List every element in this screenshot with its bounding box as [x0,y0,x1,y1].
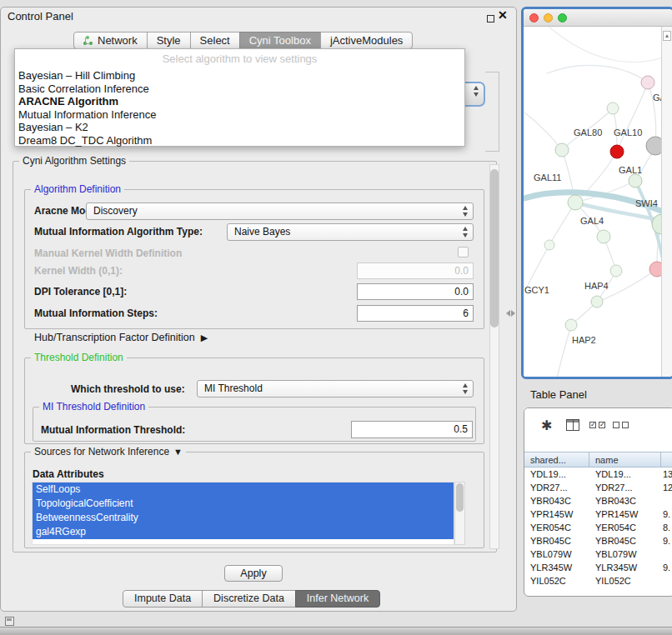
network-view-window: GALGAL80GAL10GAL11GAL1SWI4GAL4GCY1HAP4YH… [521,7,672,379]
table-row[interactable]: YER054CYER054C8. [524,521,672,534]
attribute-list[interactable]: SelfLoopsTopologicalCoefficientBetweenne… [32,482,454,545]
which-threshold-select[interactable]: MI Threshold [197,380,474,398]
column-header[interactable]: shared... [524,452,589,468]
tab-style[interactable]: Style [147,32,191,49]
network-edge[interactable] [524,112,562,150]
table-cell: YIL052C [589,574,661,588]
mi-threshold-field[interactable]: 0.5 [351,421,473,438]
attribute-item-betweennesscentrality[interactable]: BetweennessCentrality [33,511,454,525]
table-row[interactable]: YPR145WYPR145W9. [524,508,672,521]
table-cell: YPR145W [524,508,589,521]
column-header[interactable] [661,452,672,468]
column-selector-icon[interactable] [566,419,579,431]
expand-arrow-icon: ▶ [201,332,208,343]
network-node[interactable] [544,240,554,250]
network-node[interactable] [607,102,619,114]
mi-algorithm-select[interactable]: Naive Bayes [227,223,474,241]
close-traffic-light-icon[interactable] [529,13,539,22]
bottom-tab-impute-data[interactable]: Impute Data [123,590,203,608]
tab-jactivemodules[interactable]: jActiveModules [320,32,413,49]
table-row[interactable]: YDL19...YDL19...13 [524,468,672,481]
network-node[interactable] [565,319,577,331]
network-edge[interactable] [525,245,549,290]
network-node[interactable] [629,174,642,188]
network-node[interactable] [597,230,610,243]
table-row[interactable]: YLR345WYLR345W9. [524,561,672,574]
sources-title-label: Sources for Network Inference [34,446,169,458]
network-node[interactable] [610,265,622,277]
table-cell: YPR145W [589,508,661,521]
select-all-columns-icon[interactable] [589,422,605,428]
network-node[interactable] [610,145,624,158]
table-row[interactable]: YBR045CYBR045C9. [524,534,672,548]
table-cell: 12 [661,481,672,494]
attribute-item-gal4rgexp[interactable]: gal4RGexp [33,525,454,539]
algorithm-option-aracne-algorithm[interactable]: ARACNE Algorithm [15,95,464,108]
table-row[interactable]: YBL079WYBL079W [524,548,672,561]
table-cell [661,494,672,508]
table-cell: YBR045C [524,534,589,548]
network-icon [83,36,93,46]
network-node[interactable] [555,143,569,157]
network-edge[interactable] [547,65,648,82]
close-panel-icon[interactable]: ✕ [498,8,508,22]
manual-kernel-checkbox[interactable] [458,247,469,258]
aracne-mode-select[interactable]: Discovery [86,202,474,220]
minimize-traffic-light-icon[interactable] [544,13,553,22]
node-label: SWI4 [635,198,658,208]
network-scrollbar[interactable] [661,27,672,377]
network-node[interactable] [591,296,603,308]
settings-scrollbar[interactable] [489,164,499,549]
table-row[interactable]: YDR27...YDR27...12 [524,481,672,494]
dpi-tolerance-field[interactable]: 0.0 [357,283,474,300]
zoom-traffic-light-icon[interactable] [558,13,567,22]
network-node[interactable] [641,76,654,89]
table-cell: YBL079W [524,548,589,561]
checked-box-icon [589,422,596,428]
network-edge[interactable] [549,27,669,62]
attribute-list-scrollbar-thumb[interactable] [456,483,464,512]
attribute-list-scrollbar[interactable] [454,482,465,545]
restore-panel-icon[interactable] [5,617,14,626]
attribute-item-topologicalcoefficient[interactable]: TopologicalCoefficient [33,497,454,511]
table-cell: 13 [661,468,672,481]
network-canvas[interactable]: GALGAL80GAL10GAL11GAL1SWI4GAL4GCY1HAP4YH… [524,27,672,377]
algorithm-option-dream8-dc-tdc-algorithm[interactable]: Dream8 DC_TDC Algorithm [15,134,464,148]
network-edge[interactable] [557,325,571,377]
mi-algorithm-label: Mutual Information Algorithm Type: [34,226,203,238]
scroll-up-icon[interactable] [663,31,671,41]
network-edge[interactable] [617,82,648,152]
deselect-all-columns-icon[interactable] [613,422,629,428]
node-label: GCY1 [524,285,549,295]
tab-network[interactable]: Network [73,32,148,49]
algorithm-option-bayesian-k2[interactable]: Bayesian – K2 [15,121,464,134]
gear-icon[interactable]: ✱ [541,418,552,433]
kernel-width-field[interactable]: 0.0 [357,262,474,279]
desktop: Control Panel ✕ NetworkStyleSelectCyni T… [0,0,672,635]
hub-section-toggle[interactable]: Hub/Transcription Factor Definition ▶ [34,332,208,343]
tab-cyni-toolbox[interactable]: Cyni Toolbox [239,32,321,49]
table-cell: YLR345W [589,561,661,574]
settings-scrollbar-thumb[interactable] [490,169,499,328]
table-row[interactable]: YBR043CYBR043C [524,494,672,508]
attribute-item-selfloops[interactable]: SelfLoops [33,482,454,497]
apply-button[interactable]: Apply [224,565,283,582]
sources-toggle[interactable]: Sources for Network Inference ▼ [31,446,186,458]
column-header[interactable]: name [589,452,661,468]
float-panel-icon[interactable] [487,15,494,22]
panel-title: Control Panel [8,10,73,22]
table-cell: YER054C [524,521,589,534]
algorithm-option-mutual-information-inference[interactable]: Mutual Information Inference [15,108,464,122]
tab-select[interactable]: Select [190,32,240,49]
table-row[interactable]: YIL052CYIL052C [524,574,672,588]
mi-steps-field[interactable]: 6 [357,305,474,322]
algorithm-option-basic-correlation-inference[interactable]: Basic Correlation Inference [15,82,464,96]
panel-splitter-handle[interactable] [506,307,515,320]
algorithm-dropdown-popup: Select algorithm to view settings Bayesi… [14,48,465,147]
algorithm-option-bayesian-hill-climbing[interactable]: Bayesian – Hill Climbing [15,69,464,82]
bottom-tab-discretize-data[interactable]: Discretize Data [202,590,296,608]
bottom-tab-infer-network[interactable]: Infer Network [295,590,380,608]
network-node[interactable] [568,195,583,210]
network-window-titlebar[interactable] [524,9,672,27]
table-cell: YLR345W [524,561,589,574]
